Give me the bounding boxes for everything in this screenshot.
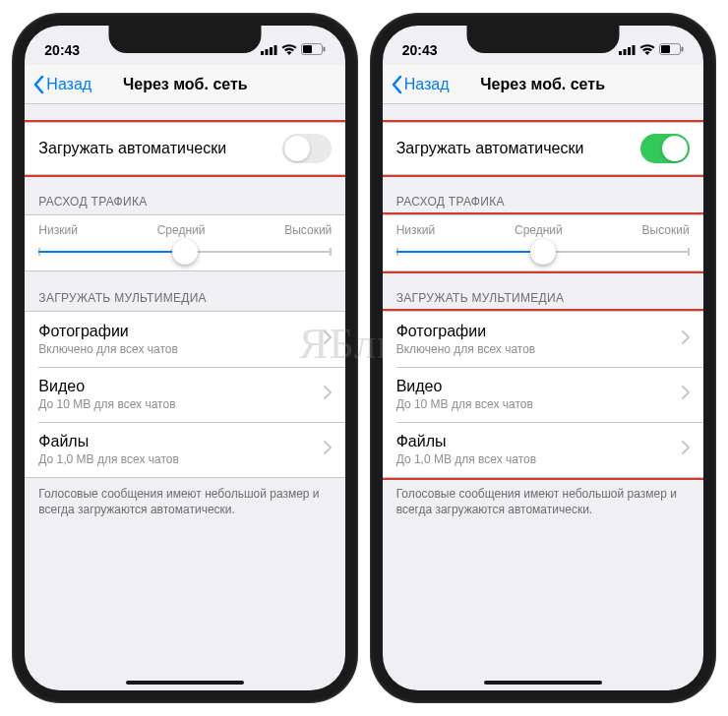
media-files-title: Файлы [396, 433, 537, 450]
slider-label-high: Высокий [284, 223, 332, 237]
svg-rect-9 [628, 47, 631, 55]
auto-download-label: Загружать автоматически [38, 140, 226, 157]
media-photos-title: Фотографии [396, 323, 536, 340]
media-photos-title: Фотографии [38, 323, 178, 340]
svg-rect-6 [324, 47, 326, 52]
slider-label-mid: Средний [515, 223, 563, 237]
traffic-header: РАСХОД ТРАФИКА [25, 175, 345, 214]
slider-label-low: Низкий [396, 223, 436, 237]
media-video-sub: До 10 MB для всех чатов [38, 397, 175, 411]
chevron-right-icon [682, 330, 690, 348]
svg-rect-7 [619, 51, 622, 55]
svg-rect-10 [632, 45, 635, 55]
nav-bar: Назад Через моб. сеть [25, 65, 345, 104]
back-label: Назад [46, 76, 91, 93]
media-header: ЗАГРУЖАТЬ МУЛЬТИМЕДИА [383, 271, 703, 311]
media-footer: Голосовые сообщения имеют небольшой разм… [383, 478, 703, 525]
media-photos-cell[interactable]: Фотографии Включено для всех чатов [383, 312, 703, 367]
status-time: 20:43 [402, 42, 438, 58]
traffic-slider-cell[interactable]: Низкий Средний Высокий [25, 215, 345, 270]
media-footer: Голосовые сообщения имеют небольшой разм… [25, 478, 345, 525]
traffic-slider-cell[interactable]: Низкий Средний Высокий [383, 215, 703, 270]
slider-track[interactable] [396, 251, 690, 253]
wifi-icon [639, 42, 655, 58]
media-video-sub: До 10 MB для всех чатов [396, 397, 533, 411]
media-group: Фотографии Включено для всех чатов Видео… [383, 311, 703, 478]
media-video-title: Видео [38, 378, 175, 395]
chevron-left-icon [32, 75, 44, 94]
auto-download-label: Загружать автоматически [396, 140, 584, 157]
slider-thumb[interactable] [530, 239, 556, 265]
svg-rect-3 [274, 45, 277, 55]
home-indicator[interactable] [484, 681, 602, 685]
slider-label-high: Высокий [642, 223, 690, 237]
svg-rect-13 [681, 47, 683, 52]
media-photos-cell[interactable]: Фотографии Включено для всех чатов [25, 312, 345, 367]
nav-title: Через моб. сеть [123, 76, 248, 93]
battery-icon [659, 42, 684, 58]
phone-right: 20:43 Назад Через моб. сеть Загружать ав… [371, 14, 715, 702]
media-video-title: Видео [396, 378, 533, 395]
auto-download-cell[interactable]: Загружать автоматически [25, 123, 345, 174]
chevron-right-icon [682, 386, 690, 403]
slider-label-low: Низкий [38, 223, 78, 237]
slider-labels: Низкий Средний Высокий [38, 223, 332, 237]
media-group: Фотографии Включено для всех чатов Видео… [25, 311, 345, 478]
traffic-header: РАСХОД ТРАФИКА [383, 175, 703, 214]
screen: 20:43 Назад Через моб. сеть Загружать ав… [25, 26, 345, 690]
signal-icon [261, 42, 277, 58]
wifi-icon [281, 42, 297, 58]
svg-rect-5 [303, 45, 312, 53]
chevron-right-icon [682, 441, 690, 458]
chevron-right-icon [324, 441, 332, 458]
slider-label-mid: Средний [157, 223, 206, 237]
media-files-cell[interactable]: Файлы До 1,0 MB для всех чатов [25, 422, 345, 477]
svg-rect-12 [661, 45, 670, 53]
back-button[interactable]: Назад [32, 75, 91, 94]
phone-left: 20:43 Назад Через моб. сеть Загружать ав… [13, 14, 357, 702]
auto-download-switch[interactable] [282, 134, 332, 163]
notch [109, 26, 262, 53]
slider-fill [38, 251, 185, 253]
slider-track[interactable] [38, 251, 332, 253]
media-video-cell[interactable]: Видео До 10 MB для всех чатов [383, 367, 703, 422]
auto-download-switch[interactable] [640, 134, 690, 163]
status-icons [619, 42, 684, 58]
media-files-title: Файлы [38, 433, 179, 450]
nav-bar: Назад Через моб. сеть [383, 65, 703, 104]
media-header: ЗАГРУЖАТЬ МУЛЬТИМЕДИА [25, 271, 345, 311]
svg-rect-2 [270, 47, 273, 55]
media-files-sub: До 1,0 MB для всех чатов [396, 452, 537, 466]
status-time: 20:43 [44, 42, 80, 58]
svg-rect-8 [623, 49, 626, 55]
media-photos-sub: Включено для всех чатов [396, 342, 536, 356]
traffic-group: Низкий Средний Высокий [25, 214, 345, 271]
media-video-cell[interactable]: Видео До 10 MB для всех чатов [25, 367, 345, 422]
status-icons [261, 42, 326, 58]
media-files-cell[interactable]: Файлы До 1,0 MB для всех чатов [383, 422, 703, 477]
slider-fill [396, 251, 543, 253]
auto-download-group: Загружать автоматически [383, 122, 703, 175]
battery-icon [301, 42, 326, 58]
content[interactable]: Загружать автоматически РАСХОД ТРАФИКА Н… [25, 104, 345, 690]
auto-download-cell[interactable]: Загружать автоматически [383, 123, 703, 174]
chevron-right-icon [324, 386, 332, 403]
traffic-group: Низкий Средний Высокий [383, 214, 703, 271]
media-files-sub: До 1,0 MB для всех чатов [38, 452, 179, 466]
auto-download-group: Загружать автоматически [25, 122, 345, 175]
nav-title: Через моб. сеть [480, 76, 605, 93]
back-label: Назад [404, 76, 450, 93]
svg-rect-1 [266, 49, 269, 55]
signal-icon [619, 42, 636, 58]
slider-thumb[interactable] [172, 239, 198, 265]
screen: 20:43 Назад Через моб. сеть Загружать ав… [383, 26, 703, 690]
slider-labels: Низкий Средний Высокий [396, 223, 690, 237]
home-indicator[interactable] [126, 681, 244, 685]
svg-rect-0 [261, 51, 264, 55]
media-photos-sub: Включено для всех чатов [38, 342, 178, 356]
back-button[interactable]: Назад [391, 75, 450, 94]
chevron-right-icon [324, 330, 332, 348]
chevron-left-icon [391, 75, 402, 94]
notch [466, 26, 619, 53]
content[interactable]: Загружать автоматически РАСХОД ТРАФИКА Н… [383, 104, 703, 690]
